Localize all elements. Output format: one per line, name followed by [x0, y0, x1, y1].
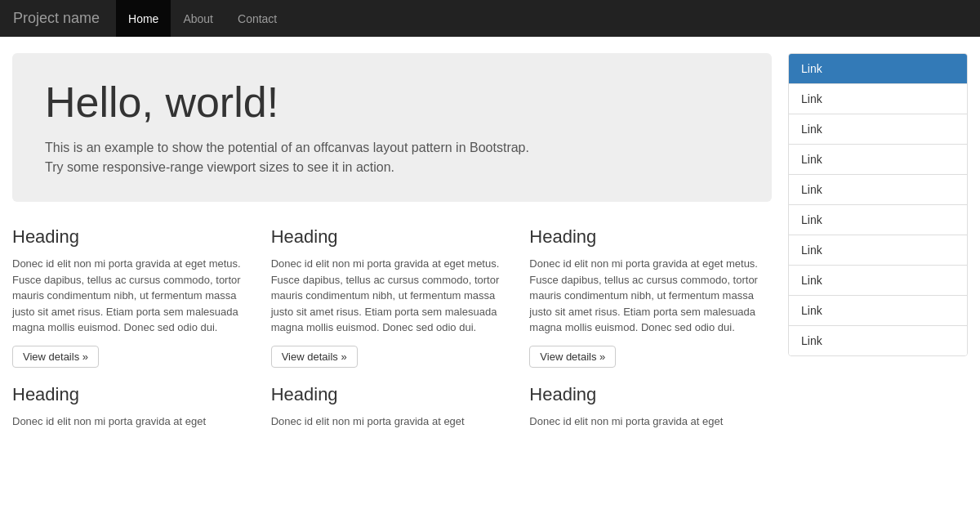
- card-1-button[interactable]: View details »: [12, 346, 99, 368]
- nav-links: Home About Contact: [116, 0, 289, 37]
- sidebar-link-7[interactable]: Link: [789, 235, 967, 265]
- sidebar-item-8: Link: [789, 266, 967, 296]
- card-5-heading: Heading: [271, 384, 514, 405]
- card-2-body: Donec id elit non mi porta gravida at eg…: [271, 256, 514, 336]
- navbar: Project name Home About Contact: [0, 0, 980, 37]
- card-3-heading: Heading: [529, 226, 772, 248]
- main-layout: Hello, world! This is an example to show…: [0, 37, 980, 455]
- sidebar-item-1: Link: [789, 54, 967, 84]
- nav-item-contact: Contact: [225, 0, 289, 37]
- sidebar-item-6: Link: [789, 205, 967, 235]
- sidebar-link-1[interactable]: Link: [789, 54, 967, 83]
- sidebar-item-9: Link: [789, 296, 967, 326]
- sidebar-item-7: Link: [789, 235, 967, 266]
- nav-link-about[interactable]: About: [171, 0, 225, 37]
- card-1-body: Donec id elit non mi porta gravida at eg…: [12, 256, 255, 336]
- nav-link-home[interactable]: Home: [116, 0, 171, 37]
- card-5-body: Donec id elit non mi porta gravida at eg…: [271, 413, 514, 430]
- jumbotron-description: This is an example to show the potential…: [45, 138, 535, 177]
- sidebar-link-3[interactable]: Link: [789, 114, 967, 144]
- navbar-brand[interactable]: Project name: [13, 10, 100, 27]
- sidebar-link-4[interactable]: Link: [789, 145, 967, 174]
- card-4-heading: Heading: [12, 384, 255, 405]
- card-6-heading: Heading: [529, 384, 772, 405]
- content-card-6: Heading Donec id elit non mi porta gravi…: [529, 384, 772, 440]
- nav-item-about: About: [171, 0, 225, 37]
- content-card-4: Heading Donec id elit non mi porta gravi…: [12, 384, 255, 440]
- sidebar-link-9[interactable]: Link: [789, 296, 967, 325]
- content-card-2: Heading Donec id elit non mi porta gravi…: [271, 226, 514, 368]
- card-3-body: Donec id elit non mi porta gravida at eg…: [529, 256, 772, 336]
- sidebar-link-2[interactable]: Link: [789, 84, 967, 114]
- content-card-3: Heading Donec id elit non mi porta gravi…: [529, 226, 772, 368]
- sidebar-item-3: Link: [789, 114, 967, 145]
- card-6-body: Donec id elit non mi porta gravida at eg…: [529, 413, 772, 430]
- card-4-body: Donec id elit non mi porta gravida at eg…: [12, 413, 255, 430]
- card-3-button[interactable]: View details »: [529, 346, 616, 368]
- sidebar-item-10: Link: [789, 326, 967, 355]
- sidebar-item-5: Link: [789, 175, 967, 205]
- main-content: Hello, world! This is an example to show…: [12, 53, 772, 439]
- sidebar-link-6[interactable]: Link: [789, 205, 967, 235]
- sidebar-link-5[interactable]: Link: [789, 175, 967, 204]
- content-grid: Heading Donec id elit non mi porta gravi…: [12, 226, 772, 439]
- sidebar-list: Link Link Link Link Link Link Link Link: [788, 53, 968, 356]
- sidebar-link-8[interactable]: Link: [789, 266, 967, 295]
- content-card-1: Heading Donec id elit non mi porta gravi…: [12, 226, 255, 368]
- card-2-heading: Heading: [271, 226, 514, 248]
- nav-link-contact[interactable]: Contact: [225, 0, 289, 37]
- sidebar-item-4: Link: [789, 145, 967, 175]
- jumbotron: Hello, world! This is an example to show…: [12, 53, 772, 202]
- nav-item-home: Home: [116, 0, 171, 37]
- card-1-heading: Heading: [12, 226, 255, 248]
- sidebar: Link Link Link Link Link Link Link Link: [788, 53, 968, 439]
- sidebar-item-2: Link: [789, 84, 967, 114]
- jumbotron-heading: Hello, world!: [45, 78, 739, 127]
- card-2-button[interactable]: View details »: [271, 346, 358, 368]
- content-card-5: Heading Donec id elit non mi porta gravi…: [271, 384, 514, 440]
- sidebar-link-10[interactable]: Link: [789, 326, 967, 355]
